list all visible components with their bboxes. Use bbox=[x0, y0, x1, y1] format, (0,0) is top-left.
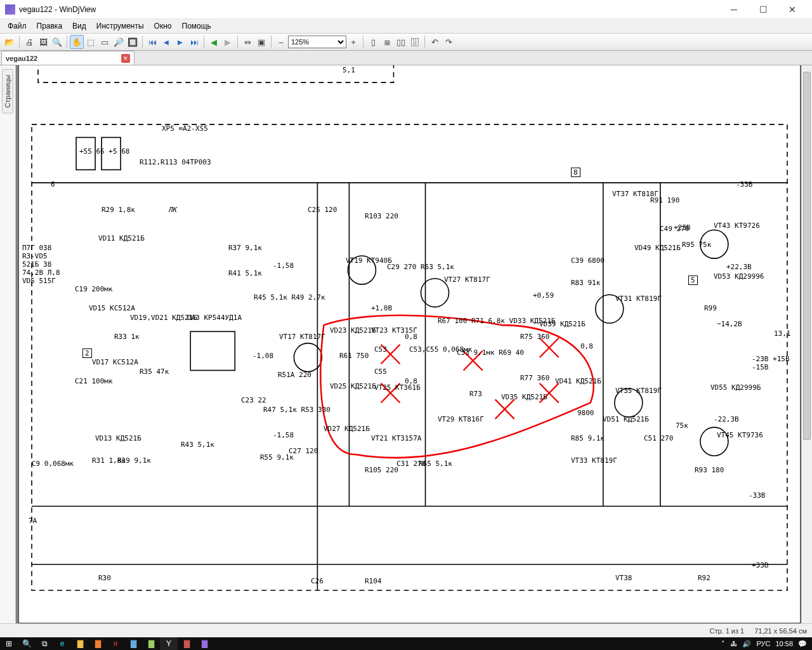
schem-label: R41 5,1к bbox=[228, 269, 262, 277]
schem-label: R112,R113 04ТР003 bbox=[140, 158, 211, 166]
layout-cont-icon[interactable]: ≣ bbox=[380, 35, 394, 49]
search-icon[interactable]: 🔍 bbox=[50, 35, 64, 49]
separator bbox=[363, 36, 363, 48]
tray-volume-icon[interactable]: 🔊 bbox=[742, 640, 751, 648]
windjview-taskbar-icon[interactable]: ▇ bbox=[195, 637, 213, 650]
menu-view[interactable]: Вид bbox=[67, 20, 91, 32]
tray-notifications-icon[interactable]: 💬 bbox=[798, 640, 807, 648]
document-area[interactable]: XP5 =A2-XS5 ЛК R112,R113 04ТР003 R29 1,8… bbox=[16, 65, 812, 623]
schem-label: -33В bbox=[749, 491, 766, 500]
schem-label: ЛК bbox=[168, 206, 176, 214]
app-icon-2[interactable]: я bbox=[107, 637, 124, 650]
menu-tools[interactable]: Инструменты bbox=[91, 20, 149, 32]
search-taskbar-icon[interactable]: 🔍 bbox=[18, 637, 36, 650]
menu-help[interactable]: Помощь bbox=[177, 20, 216, 32]
schem-label: VT19 КТ940Б bbox=[346, 256, 392, 265]
app-icon-3[interactable]: ▇ bbox=[124, 637, 142, 650]
side-panel-pages-tab[interactable]: Страницы bbox=[2, 69, 13, 114]
app-icon bbox=[5, 4, 15, 15]
fit-page-icon[interactable]: ▣ bbox=[254, 35, 268, 49]
svg-rect-1 bbox=[38, 65, 393, 83]
rotate-right-icon[interactable]: ↷ bbox=[442, 35, 455, 49]
tab-document[interactable]: vegau122 ✕ bbox=[1, 51, 134, 65]
export-icon[interactable]: 🖼 bbox=[36, 35, 50, 49]
minimize-button[interactable]: ─ bbox=[719, 0, 749, 19]
tray-lang[interactable]: РУС bbox=[756, 640, 770, 647]
explorer-icon[interactable]: ▇ bbox=[71, 637, 89, 650]
schem-label: R77 360 bbox=[520, 374, 549, 382]
separator bbox=[237, 36, 238, 48]
toolbar: 📂 🖨 🖼 🔍 ✋ ⬚ ▭ 🔎 🔲 ⏮ ◄ ► ⏭ ◀ ▶ ⇔ ▣ – 125%… bbox=[0, 33, 812, 51]
schem-label: VT31 КТ819Г bbox=[615, 295, 662, 303]
zoom-out-icon[interactable]: – bbox=[274, 35, 288, 49]
fit-width-icon[interactable]: ⇔ bbox=[240, 35, 254, 49]
tab-close-icon[interactable]: ✕ bbox=[121, 54, 130, 63]
schem-label: XP5 =A2-XS5 bbox=[162, 124, 208, 133]
schem-label: VD25 КД521Б bbox=[330, 382, 376, 390]
schem-label: 2 bbox=[82, 348, 92, 358]
yandex-icon[interactable]: Y bbox=[160, 637, 178, 650]
schem-label: -33В bbox=[736, 180, 753, 189]
app-icon-4[interactable]: ▇ bbox=[142, 637, 160, 650]
app-icon-5[interactable]: ▇ bbox=[178, 637, 195, 650]
schem-label: VD39 КД521Б bbox=[539, 320, 586, 328]
start-button[interactable]: ⊞ bbox=[0, 637, 18, 650]
marquee-tool-icon[interactable]: ▭ bbox=[98, 35, 112, 49]
edge-icon[interactable]: e bbox=[53, 637, 71, 650]
layout-contfacing-icon[interactable]: ⿲ bbox=[408, 35, 422, 49]
document-page: XP5 =A2-XS5 ЛК R112,R113 04ТР003 R29 1,8… bbox=[18, 65, 801, 623]
schematic-diagram bbox=[19, 65, 800, 623]
hand-tool-icon[interactable]: ✋ bbox=[70, 35, 84, 49]
separator bbox=[271, 36, 272, 48]
schem-label: +22,3В bbox=[726, 263, 752, 271]
zoom-select[interactable]: 125% bbox=[288, 36, 346, 48]
menu-edit[interactable]: Правка bbox=[32, 20, 68, 32]
schem-label: П7Г 038 R3-VD5 521Б 38 74,2В Л,8 VD5 515… bbox=[22, 244, 60, 285]
schem-label: 6 bbox=[51, 180, 55, 189]
menubar: Файл Правка Вид Инструменты Окно Помощь bbox=[0, 19, 812, 33]
schem-label: C19 200мк bbox=[75, 285, 113, 293]
schem-label: VD49 КД521Б bbox=[634, 244, 681, 252]
schem-label: R45 5,1к R49 2,7к bbox=[254, 293, 325, 302]
tab-label: vegau122 bbox=[6, 55, 37, 62]
schem-label: C26 bbox=[311, 577, 324, 585]
magnify-tool-icon[interactable]: 🔎 bbox=[112, 35, 126, 49]
zoom-rect-icon[interactable]: 🔲 bbox=[126, 35, 140, 49]
schem-label: R104 bbox=[365, 577, 382, 585]
first-page-icon[interactable]: ⏮ bbox=[145, 35, 159, 49]
svg-rect-0 bbox=[32, 124, 787, 590]
system-tray[interactable]: ˄ 🖧 🔊 РУС 10:58 💬 bbox=[716, 640, 812, 648]
taskview-icon[interactable]: ⧉ bbox=[36, 637, 53, 650]
schem-label: VD53 КД29996 bbox=[714, 272, 764, 281]
menu-file[interactable]: Файл bbox=[3, 20, 32, 32]
maximize-button[interactable]: ☐ bbox=[749, 0, 778, 19]
menu-window[interactable]: Окно bbox=[149, 20, 177, 32]
print-icon[interactable]: 🖨 bbox=[22, 35, 36, 49]
tray-chevron-icon[interactable]: ˄ bbox=[721, 640, 725, 648]
schem-label: +1,0В bbox=[371, 304, 392, 312]
prev-page-icon[interactable]: ◄ bbox=[159, 35, 173, 49]
rotate-left-icon[interactable]: ↶ bbox=[428, 35, 442, 49]
vertical-scrollbar[interactable] bbox=[801, 65, 812, 623]
zoom-in-icon[interactable]: + bbox=[346, 35, 360, 49]
layout-single-icon[interactable]: ▯ bbox=[366, 35, 380, 49]
viewer: Страницы bbox=[0, 65, 812, 623]
schem-label: R85 9,1к bbox=[571, 434, 605, 442]
close-button[interactable]: ✕ bbox=[778, 0, 807, 19]
next-page-icon[interactable]: ► bbox=[173, 35, 187, 49]
open-icon[interactable]: 📂 bbox=[3, 35, 16, 49]
tray-time[interactable]: 10:58 bbox=[775, 640, 793, 647]
schem-label: C39 6800 bbox=[571, 256, 605, 265]
nav-back-icon[interactable]: ◀ bbox=[207, 35, 221, 49]
schem-label: R29 1,8к bbox=[102, 206, 135, 214]
select-tool-icon[interactable]: ⬚ bbox=[84, 35, 98, 49]
schem-label: VT29 КТ816Г bbox=[438, 415, 484, 423]
scrollbar-thumb[interactable] bbox=[803, 72, 811, 440]
last-page-icon[interactable]: ⏭ bbox=[187, 35, 201, 49]
tray-network-icon[interactable]: 🖧 bbox=[730, 640, 737, 647]
schem-label: C29 270 R63 5,1к bbox=[387, 263, 454, 271]
nav-fwd-icon[interactable]: ▶ bbox=[221, 35, 235, 49]
schem-label: 0,8 bbox=[580, 342, 593, 350]
app-icon-1[interactable]: ▇ bbox=[89, 637, 107, 650]
layout-facing-icon[interactable]: ▯▯ bbox=[394, 35, 408, 49]
